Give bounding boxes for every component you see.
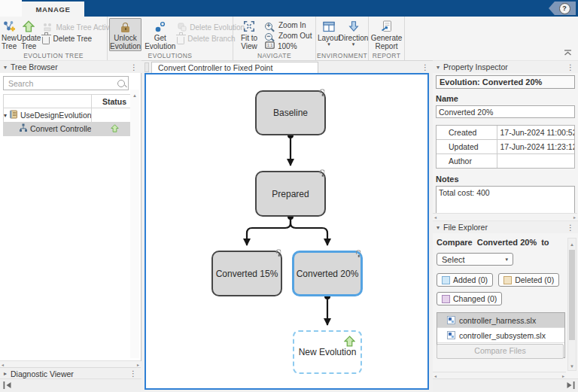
- canvas-panel: Convert Controller to Fixed Point ⋮: [143, 60, 430, 392]
- canvas-tab-grip-icon: [144, 62, 149, 72]
- new-tree-button[interactable]: New Tree: [2, 18, 17, 51]
- zoom-in-icon: [265, 23, 272, 30]
- fit-to-view-button[interactable]: Fit to View: [235, 18, 263, 51]
- node-new-evolution[interactable]: New Evolution: [293, 330, 362, 374]
- fit-to-view-label: Fit to View: [235, 34, 263, 50]
- notes-label: Notes: [436, 175, 575, 184]
- name-field[interactable]: [436, 105, 575, 118]
- collapse-ribbon-icon[interactable]: [564, 48, 572, 57]
- metadata-table: Created 17-Jun-2024 11:00:52 Updated 17-…: [436, 125, 575, 169]
- direction-button[interactable]: Direction ▾: [340, 18, 367, 51]
- direction-icon: [348, 20, 360, 33]
- zoom-100-button[interactable]: 1:1 100%: [263, 41, 313, 51]
- direction-dropdown-caret-icon: ▾: [352, 42, 355, 47]
- select-dropdown-caret-icon: ▾: [505, 257, 508, 262]
- make-tree-active-icon: [42, 22, 53, 33]
- evolution-canvas[interactable]: Baseline Prepared Converted 15% Converte…: [144, 73, 429, 390]
- search-icon[interactable]: [117, 80, 125, 87]
- scroll-up-icon[interactable]: ▲: [570, 242, 574, 247]
- unlock-evolution-button[interactable]: Unlock Evolution: [109, 18, 141, 51]
- table-row: Author: [437, 154, 574, 168]
- update-tree-label: Update Tree: [17, 34, 41, 50]
- collapse-left-icon[interactable]: [3, 381, 12, 390]
- file-explorer-header[interactable]: ▾ File Explorer ⋮: [433, 220, 578, 234]
- property-inspector-title: Property Inspector: [443, 62, 508, 71]
- generate-report-button[interactable]: Generate Report: [370, 18, 403, 51]
- zoom-in-button[interactable]: Zoom In: [263, 20, 313, 31]
- diagnostic-viewer-bar[interactable]: ▸ Diagnostic Viewer ⋮: [0, 367, 141, 379]
- canvas-menu-icon[interactable]: ⋮: [421, 63, 429, 71]
- node-converted-15-label: Converted 15%: [216, 269, 278, 279]
- table-row: Updated 17-Jun-2024 11:23:12: [437, 140, 574, 154]
- added-filter-button[interactable]: Added (0): [437, 273, 493, 287]
- file-explorer-menu-icon[interactable]: ⋮: [567, 223, 574, 232]
- tree-browser-menu-icon[interactable]: ⋮: [130, 63, 138, 71]
- tab-manage[interactable]: MANAGE: [22, 0, 84, 17]
- property-inspector-header[interactable]: ▾ Property Inspector ⋮: [433, 60, 578, 74]
- node-prepared[interactable]: Prepared: [255, 171, 326, 217]
- canvas-tabbar: Convert Controller to Fixed Point ⋮: [144, 62, 429, 73]
- compare-heading: CompareConverted 20%to: [437, 238, 574, 247]
- notebook-icon: [9, 110, 18, 120]
- search-box: [3, 76, 129, 90]
- compare-select-dropdown[interactable]: Select ▾: [437, 253, 513, 266]
- get-evolution-label: Get Evolution: [144, 34, 175, 50]
- diagnostic-viewer-menu-icon[interactable]: ⋮: [129, 369, 137, 378]
- compare-to-label: to: [541, 238, 549, 247]
- file-row-subsystem[interactable]: controller_subsystem.slx: [437, 328, 564, 343]
- update-tree-button[interactable]: Update Tree: [17, 18, 41, 51]
- changed-filter-label: Changed (0): [453, 294, 497, 303]
- zoom-out-button[interactable]: Zoom Out: [263, 31, 313, 41]
- delete-tree-button[interactable]: Delete Tree: [41, 33, 115, 44]
- scroll-down-icon[interactable]: ▼: [568, 364, 576, 369]
- new-tree-label: New Tree: [2, 34, 17, 50]
- simulink-file-icon: [447, 316, 455, 324]
- author-label: Author: [437, 154, 497, 168]
- collapse-icon[interactable]: ▾: [437, 224, 440, 231]
- layout-button[interactable]: Layout ▾: [318, 18, 340, 51]
- scroll-right-icon[interactable]: ▸: [562, 374, 564, 378]
- file-explorer-vertical-scrollbar[interactable]: ▲ ▼: [567, 238, 576, 371]
- tree-row-root[interactable]: ▾ UseDesignEvolutionMar: [4, 108, 137, 122]
- scroll-right-icon[interactable]: ▸: [573, 215, 576, 220]
- ribbon: New Tree Update Tree Make Tre: [0, 17, 578, 61]
- node-converted-20[interactable]: Converted 20%: [292, 251, 363, 296]
- expand-icon[interactable]: ▸: [4, 370, 7, 377]
- node-baseline[interactable]: Baseline: [255, 90, 326, 135]
- compare-files-button[interactable]: Compare Files: [437, 344, 564, 359]
- titlebar: MANAGE ?: [0, 0, 578, 17]
- file-name: controller_harness.slx: [459, 316, 536, 325]
- one-to-one-icon: 1:1: [265, 41, 275, 50]
- tree-browser-panel: ▾ Tree Browser ⋮ Status ▾: [0, 60, 141, 392]
- scroll-left-icon[interactable]: ◂: [434, 374, 437, 378]
- pi-horizontal-scrollbar[interactable]: ◂ ▸: [433, 213, 577, 220]
- changed-filter-button[interactable]: Changed (0): [437, 292, 502, 305]
- section-environment: Layout ▾ Direction ▾ ENVIRONMENT: [316, 17, 369, 60]
- search-input[interactable]: [7, 78, 117, 89]
- tree-browser-header[interactable]: ▾ Tree Browser ⋮: [0, 60, 141, 74]
- changed-swatch-icon: [442, 295, 450, 303]
- expand-caret-icon[interactable]: ▾: [4, 112, 7, 119]
- make-tree-active-button[interactable]: Make Tree Active: [41, 22, 115, 33]
- deleted-filter-button[interactable]: Deleted (0): [498, 273, 559, 287]
- collapse-icon[interactable]: ▾: [4, 64, 7, 71]
- scroll-right-icon[interactable]: ▸: [137, 363, 139, 367]
- compare-label: Compare: [437, 238, 473, 247]
- name-column-header: [4, 95, 91, 108]
- collapse-right-icon[interactable]: [566, 381, 575, 390]
- scrollbar-thumb[interactable]: [569, 250, 575, 340]
- scroll-up-icon[interactable]: ▲: [132, 93, 137, 98]
- property-inspector-menu-icon[interactable]: ⋮: [567, 63, 574, 71]
- scroll-left-icon[interactable]: ◂: [434, 215, 437, 220]
- canvas-tab[interactable]: Convert Controller to Fixed Point: [151, 62, 318, 73]
- scroll-left-icon[interactable]: ◂: [2, 363, 4, 367]
- tree-row-child[interactable]: Convert Controller to: [4, 122, 137, 135]
- node-converted-15[interactable]: Converted 15%: [211, 251, 282, 296]
- collapse-icon[interactable]: ▾: [437, 64, 440, 71]
- file-name: controller_subsystem.slx: [459, 331, 546, 340]
- unlock-evolution-icon: [121, 20, 129, 33]
- get-evolution-button[interactable]: Get Evolution: [144, 18, 175, 51]
- delete-branch-label: Delete Branch: [187, 35, 235, 43]
- tree-vertical-scrollbar[interactable]: ▲: [130, 90, 139, 358]
- file-row-harness[interactable]: controller_harness.slx: [437, 313, 564, 328]
